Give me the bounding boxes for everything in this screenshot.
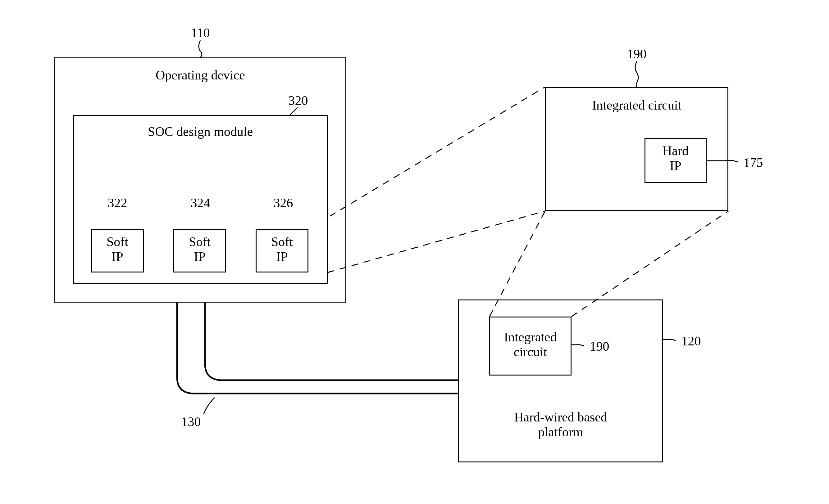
ref-120: 120: [676, 334, 707, 349]
ref-320: 320: [283, 93, 314, 108]
ref-324: 324: [185, 196, 216, 210]
svg-line-1: [328, 211, 545, 272]
hard-ip-label: Hard IP: [645, 143, 707, 173]
soc-module-title: SOC design module: [73, 124, 328, 139]
ref-326: 326: [268, 196, 299, 210]
soft-ip-2-label: Soft IP: [173, 234, 226, 264]
ref-130: 130: [176, 414, 207, 429]
soft-ip-1-label: Soft IP: [91, 234, 144, 264]
ref-190-inner: 190: [584, 339, 615, 354]
ref-110: 110: [185, 26, 216, 40]
ref-190-top: 190: [621, 46, 652, 62]
operating-device-title: Operating device: [55, 68, 346, 83]
ic-inner-label: Integrated circuit: [489, 329, 572, 360]
ref-175: 175: [738, 155, 769, 170]
soft-ip-3-label: Soft IP: [256, 234, 309, 264]
ref-322: 322: [102, 196, 133, 210]
ic-top-title: Integrated circuit: [545, 98, 728, 113]
platform-title: Hard-wired based platform: [458, 410, 663, 440]
